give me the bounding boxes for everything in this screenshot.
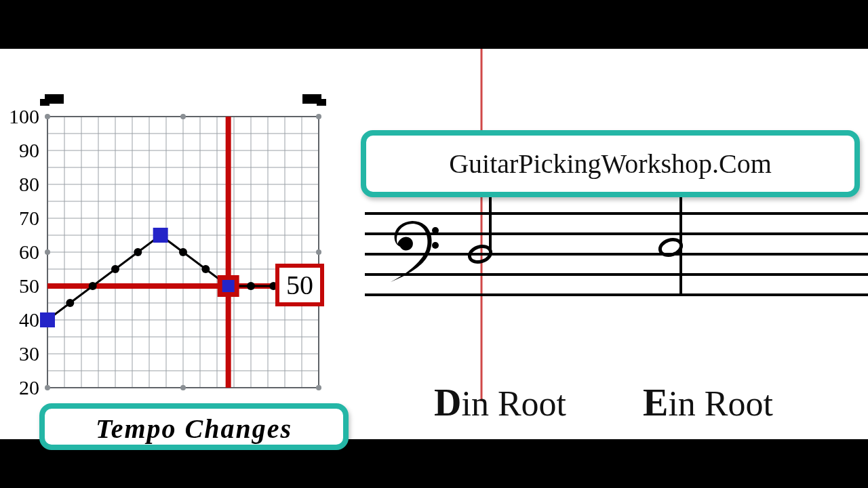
svg-point-56 <box>89 282 97 290</box>
chord-label-1: D in Root <box>434 381 600 424</box>
svg-point-60 <box>179 248 187 256</box>
svg-text:30: 30 <box>19 342 39 365</box>
site-label-box: GuitarPickingWorkshop.Com <box>361 130 860 197</box>
svg-point-41 <box>180 385 186 390</box>
svg-point-39 <box>316 249 321 255</box>
svg-text:20: 20 <box>19 376 39 399</box>
svg-point-42 <box>316 385 321 390</box>
svg-rect-71 <box>222 280 235 292</box>
svg-point-58 <box>134 248 142 256</box>
svg-point-55 <box>66 299 74 307</box>
svg-text:70: 70 <box>19 207 39 229</box>
chord-label-2: E in Root <box>643 381 807 424</box>
svg-text:100: 100 <box>9 105 39 127</box>
svg-rect-68 <box>153 228 168 243</box>
svg-text:90: 90 <box>19 139 39 161</box>
staff-lines <box>365 214 868 295</box>
svg-point-63 <box>247 282 255 290</box>
notation-panel: GuitarPickingWorkshop.Com D in Root E in… <box>346 49 868 439</box>
svg-text:80: 80 <box>19 173 39 195</box>
svg-point-36 <box>180 114 186 119</box>
svg-point-35 <box>45 114 50 119</box>
svg-point-57 <box>111 265 119 273</box>
tempo-chart[interactable]: 2030405060708090100 <box>0 49 346 428</box>
tempo-chart-title-box: Tempo Changes <box>39 403 349 450</box>
bass-clef-icon <box>391 221 439 282</box>
svg-point-38 <box>45 249 50 255</box>
svg-point-78 <box>432 242 439 249</box>
svg-point-37 <box>316 114 321 119</box>
svg-text:60: 60 <box>19 241 39 263</box>
svg-text:50: 50 <box>19 274 39 297</box>
tempo-readout-value: 50 <box>286 270 313 300</box>
svg-text:40: 40 <box>19 308 39 331</box>
svg-rect-67 <box>40 312 55 327</box>
svg-point-40 <box>45 385 50 390</box>
tempo-readout-badge: 50 <box>275 264 324 306</box>
site-label: GuitarPickingWorkshop.Com <box>449 148 772 179</box>
tempo-chart-title: Tempo Changes <box>96 413 292 444</box>
content-stage: 2030405060708090100 50 Tempo Changes <box>0 49 868 439</box>
tempo-chart-panel: 2030405060708090100 50 Tempo Changes <box>0 49 346 439</box>
note-e <box>658 192 683 258</box>
svg-point-77 <box>432 227 439 234</box>
svg-point-61 <box>201 265 210 273</box>
chord-labels: D in Root E in Root <box>434 381 868 424</box>
